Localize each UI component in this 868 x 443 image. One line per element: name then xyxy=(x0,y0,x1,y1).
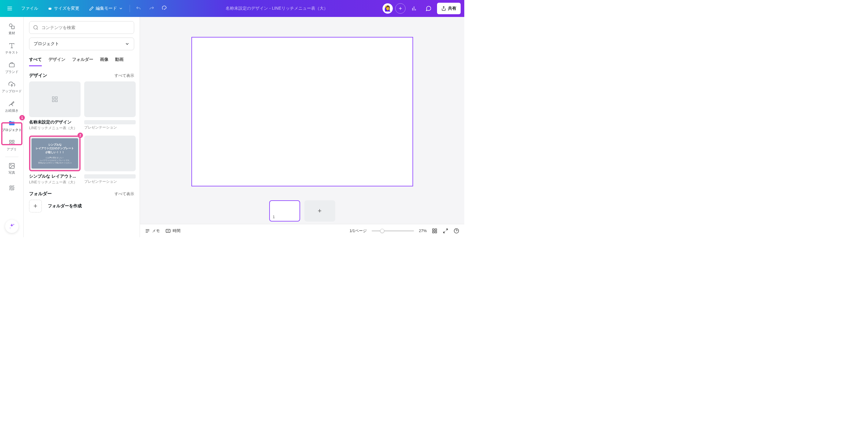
nav-draw[interactable]: お絵描き xyxy=(1,97,22,116)
comment-button[interactable] xyxy=(423,2,435,14)
section-design-title: デザイン xyxy=(29,73,47,78)
folder-create-button[interactable]: + xyxy=(29,200,42,212)
card-placeholder xyxy=(84,174,136,178)
project-select[interactable]: プロジェクト xyxy=(29,37,134,50)
card-title: 名称未設定のデザイン xyxy=(29,120,81,125)
folder-create-row[interactable]: + フォルダーを作成 xyxy=(29,200,134,212)
header-left: ファイル サイズを変更 編集モード xyxy=(4,2,171,14)
svg-line-42 xyxy=(446,229,447,230)
design-title[interactable]: 名称未設定のデザイン - LINEリッチメニュー表（大） xyxy=(226,6,328,11)
tab-image[interactable]: 画像 xyxy=(100,57,108,66)
plus-icon xyxy=(398,6,403,11)
nav-photos[interactable]: 写真 xyxy=(1,159,22,178)
svg-rect-13 xyxy=(9,64,14,67)
header-center: 名称未設定のデザイン - LINEリッチメニュー表（大） xyxy=(174,6,380,11)
tab-video[interactable]: 動画 xyxy=(115,57,124,66)
shapes-icon xyxy=(8,23,16,30)
edit-mode-button[interactable]: 編集モード xyxy=(85,2,127,14)
cloud-sync-button[interactable] xyxy=(159,2,171,14)
nav-apps-label: アプリ xyxy=(7,147,17,151)
design-page[interactable] xyxy=(191,37,413,186)
search-input[interactable] xyxy=(41,25,130,30)
canvas-area: 1 + メモ 時間 1/1ページ 27% xyxy=(140,17,464,237)
analytics-button[interactable] xyxy=(408,2,420,14)
svg-rect-17 xyxy=(9,143,11,145)
nav-background[interactable] xyxy=(1,178,22,198)
design-card-2[interactable]: プレゼンテーション xyxy=(84,81,136,131)
redo-icon xyxy=(149,6,154,11)
search-box[interactable] xyxy=(29,21,134,34)
section-design-showall[interactable]: すべて表示 xyxy=(115,73,134,78)
resize-button[interactable]: サイズを変更 xyxy=(43,2,84,14)
chevron-down-icon xyxy=(125,41,130,46)
undo-button[interactable] xyxy=(132,2,145,14)
folder-icon xyxy=(8,120,16,127)
header-divider xyxy=(130,5,130,12)
body: 素材 テキスト ブランド アップロード お絵描き プロジェクト アプリ xyxy=(0,17,464,237)
tab-all[interactable]: すべて xyxy=(29,57,42,66)
project-select-label: プロジェクト xyxy=(34,41,59,46)
annotation-badge-1: 1 xyxy=(20,115,25,121)
fullscreen-button[interactable] xyxy=(442,228,448,234)
nav-brand[interactable]: ブランド xyxy=(1,58,22,77)
canvas-viewport[interactable] xyxy=(140,17,464,198)
svg-rect-10 xyxy=(11,26,14,29)
zoom-value[interactable]: 27% xyxy=(419,229,427,233)
time-button[interactable]: 時間 xyxy=(165,228,181,234)
redo-button[interactable] xyxy=(146,2,158,14)
ai-assistant-button[interactable] xyxy=(5,220,19,233)
add-page-button[interactable]: + xyxy=(304,200,335,222)
page-counter[interactable]: 1/1ページ xyxy=(349,228,367,234)
notes-button[interactable]: メモ xyxy=(145,228,160,234)
card-title: シンプルな レイアウト... xyxy=(29,174,81,179)
bottom-bar: メモ 時間 1/1ページ 27% xyxy=(140,224,464,237)
svg-rect-18 xyxy=(12,143,14,145)
zoom-thumb[interactable] xyxy=(380,229,384,233)
draw-icon xyxy=(8,100,16,107)
brand-icon xyxy=(8,61,16,69)
svg-rect-41 xyxy=(435,231,437,233)
design-card-1[interactable]: 名称未設定のデザイン LINEリッチメニュー表（大） xyxy=(29,81,81,131)
share-button[interactable]: 共有 xyxy=(437,3,461,14)
help-button[interactable] xyxy=(454,228,460,234)
time-label: 時間 xyxy=(173,228,181,234)
zoom-slider[interactable] xyxy=(372,230,414,232)
undo-icon xyxy=(136,6,141,11)
card-sub: プレゼンテーション xyxy=(84,179,136,184)
section-folder: フォルダー すべて表示 + フォルダーを作成 xyxy=(29,191,134,212)
card-thumb xyxy=(29,81,81,117)
svg-line-43 xyxy=(443,231,445,233)
grid-view-button[interactable] xyxy=(432,228,438,234)
side-panel: プロジェクト すべて デザイン フォルダー 画像 動画 デザイン すべて表示 名… xyxy=(24,17,140,237)
svg-point-27 xyxy=(10,228,10,229)
nav-elements[interactable]: 素材 xyxy=(1,20,22,39)
pattern-icon xyxy=(8,184,16,192)
share-label: 共有 xyxy=(448,6,457,11)
nav-upload[interactable]: アップロード xyxy=(1,77,22,97)
card-thumb xyxy=(84,136,136,171)
tab-design[interactable]: デザイン xyxy=(49,57,65,66)
page-thumbnail-1[interactable]: 1 xyxy=(269,200,300,222)
cloud-upload-icon xyxy=(8,81,16,88)
design-card-3[interactable]: シンプルな レイアウトだけのテンプレート が欲しい！！！ にお声が届きました！ … xyxy=(29,136,81,185)
svg-point-20 xyxy=(10,164,11,165)
svg-line-21 xyxy=(9,185,10,187)
svg-rect-37 xyxy=(166,229,170,232)
svg-line-24 xyxy=(11,187,14,190)
nav-apps[interactable]: アプリ xyxy=(1,136,22,155)
add-member-button[interactable] xyxy=(395,3,406,13)
nav-projects[interactable]: プロジェクト xyxy=(1,116,22,136)
card-placeholder xyxy=(84,120,136,124)
design-card-4[interactable]: プレゼンテーション xyxy=(84,136,136,185)
file-menu-button[interactable]: ファイル xyxy=(17,2,42,14)
nav-projects-label: プロジェクト xyxy=(2,128,22,132)
card-sub: LINEリッチメニュー表（大） xyxy=(29,180,81,185)
section-folder-showall[interactable]: すべて表示 xyxy=(115,191,134,197)
nav-text[interactable]: テキスト xyxy=(1,39,22,58)
user-avatar[interactable]: 🙋‍♀️ xyxy=(382,3,393,13)
svg-rect-39 xyxy=(435,229,437,230)
top-header: ファイル サイズを変更 編集モード 名称未設定のデザイン - LINEリッチメニ… xyxy=(0,0,464,17)
tab-folder[interactable]: フォルダー xyxy=(72,57,93,66)
panel-tabs: すべて デザイン フォルダー 画像 動画 xyxy=(29,57,134,67)
hamburger-menu-button[interactable] xyxy=(4,2,16,14)
